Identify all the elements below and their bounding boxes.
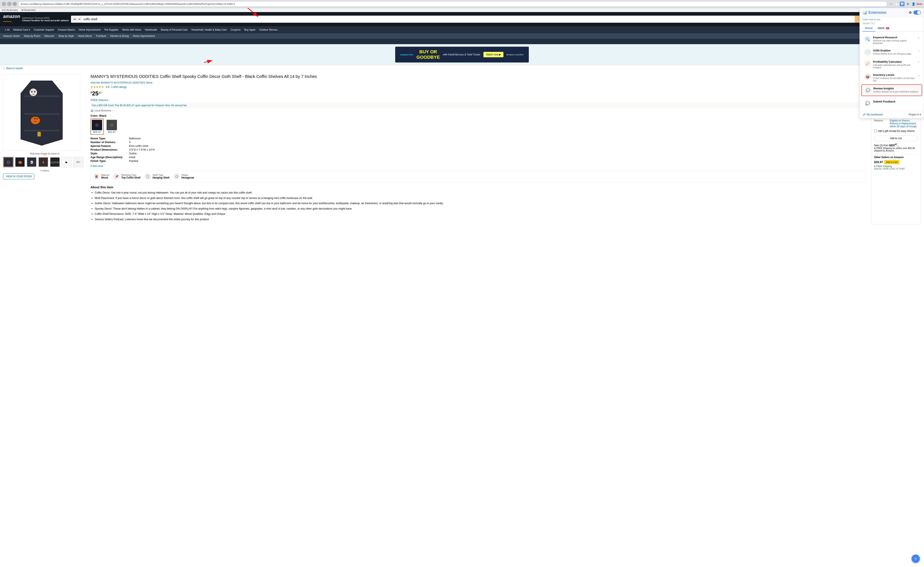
store-link[interactable]: Visit the MANNY'S MYSTERIOUS ODDITIES St… (90, 81, 152, 84)
inventory-arrow: › (918, 73, 919, 77)
nav-amazon-basics[interactable]: Amazon Basics (56, 27, 76, 32)
sec-nav-home-improvement[interactable]: Home Improvement (133, 35, 155, 38)
other-seller-row: $28.97 Add to Cart (874, 160, 918, 164)
dashboard-icon: 🔗 (862, 113, 866, 116)
view-in-room-button[interactable]: VIEW IN YOUR ROOM (3, 173, 34, 179)
pdf-icon[interactable]: 📄 (894, 2, 899, 6)
nav-coupons[interactable]: Coupons (229, 27, 242, 32)
new-from-row: New (2) from $$2547 › & FREE Shipping on… (874, 143, 918, 152)
other-seller-price: $28.97 (874, 160, 883, 164)
search-category-select[interactable]: All (71, 16, 81, 23)
color-label: Color: Black (90, 114, 867, 117)
ext-gear-icon[interactable]: ⚙ (909, 11, 912, 15)
inventory-item[interactable]: 📦 Inventory Levels Check inventory for a… (861, 71, 922, 84)
sec-nav-home-decor[interactable]: Home Décor (78, 35, 92, 38)
nav-all[interactable]: ≡ All (3, 27, 11, 32)
free-returns[interactable]: FREE Returns ▾ (90, 99, 867, 102)
add-to-list-button[interactable]: Add to List (874, 135, 918, 141)
back-to-results-link[interactable]: ← Back to results (3, 67, 22, 70)
price-cents: 47 (98, 91, 101, 94)
profit-calc-item[interactable]: 📈 Profitability Calculator Calculate pot… (861, 58, 922, 71)
bookmark-all[interactable]: All Bookmarks (21, 9, 36, 11)
nav-works-with-alexa[interactable]: Works with Alexa (120, 27, 143, 32)
feedback-icon: 💭 (864, 100, 871, 107)
other-add-to-cart-button[interactable]: Add to Cart (884, 160, 900, 164)
nav-home-improvement[interactable]: Home Improvement (77, 27, 102, 32)
star-rating[interactable]: ★★★★★ (90, 85, 104, 89)
about-item-5: Coffin Shelf Dimensions: SIZE: 7.5" Wide… (95, 212, 867, 216)
ratings-count[interactable]: 1,850 ratings (111, 86, 127, 89)
see-more-link[interactable]: ▾ See more (90, 165, 867, 167)
thumb-360[interactable]: 360° (73, 157, 84, 167)
sec-nav-amazon-home[interactable]: Amazon Home (3, 35, 20, 38)
mounting-icon: 📌 (113, 173, 120, 180)
thumb-3[interactable]: 💀 (26, 157, 37, 167)
nav-buttons[interactable]: ← → ↻ (2, 2, 17, 6)
video-play-thumb[interactable]: ▶ (62, 157, 72, 167)
nav-buy-again[interactable]: Buy Again (243, 27, 257, 32)
extension-panel: 📊 Extension ⚙ Learn how to use Version 7… (860, 8, 924, 118)
banner-text: BUY OR GOODBYE (416, 49, 440, 60)
search-bar[interactable]: All 🔍 (71, 16, 864, 23)
product-title: MANNY'S MYSTERIOUS ODDITIES Coffin Shelf… (90, 74, 867, 79)
rating-number[interactable]: 4.8 (106, 86, 110, 89)
project-select[interactable]: Project X ▾ (909, 113, 921, 116)
back-button[interactable]: ← (2, 2, 6, 6)
dashboard-link[interactable]: 🔗 My Dashboard (862, 113, 883, 116)
ext-title: 📊 Extension (862, 10, 886, 15)
submit-feedback-item[interactable]: 💭 Submit Feedback (861, 98, 922, 109)
thumb-4[interactable]: 🕯 (38, 157, 48, 167)
sec-nav-discover[interactable]: Discover (45, 35, 54, 38)
chevron-down-icon: ▾ (920, 113, 921, 116)
ext-version: Version 7.1.1 (860, 22, 878, 25)
ext-learn-link[interactable]: Learn how to use (860, 17, 924, 22)
bookmark-h10[interactable]: H10 Bookmarks (2, 9, 18, 11)
new-from-link[interactable]: › (898, 144, 898, 147)
review-insights-item[interactable]: 💬 Review Insights Extract reviews for bu… (861, 84, 922, 96)
spec-finish: Finish Type: Painted (90, 159, 867, 162)
local-business-badge[interactable]: 🏢 Local Business ▾ (90, 109, 867, 112)
asin-grabber-item[interactable]: 📄 ASIN Grabber Extract ASINs from any Am… (861, 47, 922, 58)
spec-shelves: Number of Shelves: 3 (90, 141, 867, 144)
color-black[interactable]: ⬡ $25.47 (90, 119, 104, 135)
thumb-5[interactable]: COFFIN (50, 157, 60, 167)
price-main: 25 (92, 90, 98, 97)
ext-body: 🔍 Keyword Research Retrieve top sales-dr… (860, 32, 924, 111)
amazon-logo[interactable]: amazon▔▔▔▔▔ (3, 14, 20, 25)
thumb-2[interactable]: 🎃 (15, 157, 25, 167)
sec-nav-shop-by-style[interactable]: Shop by Style (58, 35, 74, 38)
extension-button[interactable]: 📊 (900, 2, 904, 6)
nav-household[interactable]: Household, Health & Baby Care (190, 27, 228, 32)
profile-icon[interactable]: 👤 (911, 2, 916, 6)
gift-checkbox[interactable] (874, 129, 877, 132)
refresh-button[interactable]: ↻ (12, 2, 17, 6)
gift-card-offer: Get a $50 Gift Card: Pay $0.00 $25.47 up… (90, 103, 867, 108)
ext-toggle[interactable] (914, 11, 921, 15)
watch-now-button[interactable]: Watch now ▶ (483, 52, 503, 57)
star-icon[interactable]: ☆ (889, 2, 893, 6)
delivery-info[interactable]: Delivering to Temecula 92592 Choose loca… (22, 17, 69, 22)
nav-pet-supplies[interactable]: Pet Supplies (103, 27, 120, 32)
settings-icon[interactable]: ⚙ (906, 2, 910, 6)
nav-beauty-personal-care[interactable]: Beauty & Personal Care (159, 27, 189, 32)
spec-special-feature: Special Feature: Emo coffin shelf (90, 144, 867, 147)
nav-handmade[interactable]: Handmade (143, 27, 159, 32)
nav-customer-support[interactable]: Customer Support (32, 27, 56, 32)
nav-outdoor[interactable]: Outdoor Recrea... (258, 27, 281, 32)
sec-nav-furniture[interactable]: Furniture (96, 35, 106, 38)
thumb-1[interactable]: ⬡ (3, 157, 14, 167)
sec-nav-shop-by-room[interactable]: Shop by Room (24, 35, 40, 38)
review-text: Review Insights Extract reviews for buye… (873, 87, 919, 93)
search-input[interactable] (81, 16, 855, 23)
keyword-research-item[interactable]: 🔍 Keyword Research Retrieve top sales-dr… (861, 34, 922, 47)
url-bar[interactable] (18, 1, 887, 7)
sec-nav-kitchen[interactable]: Kitchen & Dining (110, 35, 129, 38)
tab-home[interactable]: Home (862, 25, 875, 32)
about-section: About this item Coffin Decor: Get into i… (90, 185, 867, 221)
tab-alerts[interactable]: Alerts 5 (875, 25, 891, 32)
breadcrumb: ← Back to results (0, 65, 924, 71)
forward-button[interactable]: → (7, 2, 12, 6)
color-other[interactable]: ⬡ $31.97 (105, 119, 118, 135)
thumbnail-gallery: ⬡ 🎃 💀 🕯 COFFIN ▶ 360° (3, 157, 86, 167)
nav-medical-care[interactable]: Medical Care ▾ (12, 27, 32, 32)
